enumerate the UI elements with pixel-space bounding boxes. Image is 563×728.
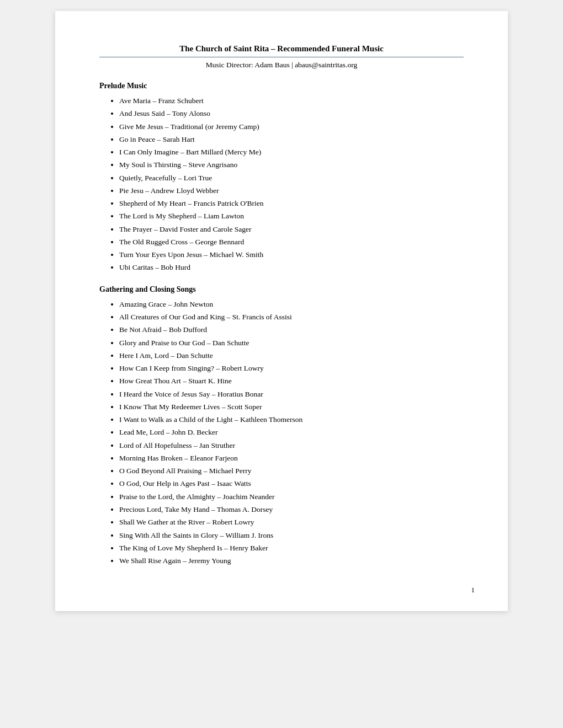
list-item: Glory and Praise to Our God – Dan Schutt… [119,337,464,349]
music-director: Music Director: Adam Baus | abaus@saintr… [99,61,464,69]
list-item: Lord of All Hopefulness – Jan Struther [119,440,464,452]
list-item: The King of Love My Shepherd Is – Henry … [119,542,464,554]
list-item: The Prayer – David Foster and Carole Sag… [119,223,464,235]
list-item: How Can I Keep from Singing? – Robert Lo… [119,362,464,374]
list-item: Shall We Gather at the River – Robert Lo… [119,516,464,528]
list-item: My Soul is Thirsting – Steve Angrisano [119,159,464,171]
gathering-section: Gathering and Closing Songs Amazing Grac… [99,285,464,568]
list-item: Ubi Caritas – Bob Hurd [119,261,464,274]
list-item: Quietly, Peacefully – Lori True [119,172,464,184]
list-item: How Great Thou Art – Stuart K. Hine [119,375,464,387]
list-item: The Lord is My Shepherd – Liam Lawton [119,210,464,222]
list-item: The Old Rugged Cross – George Bennard [119,236,464,248]
prelude-section-title: Prelude Music [99,82,464,90]
list-item: Precious Lord, Take My Hand – Thomas A. … [119,504,464,516]
page-number: 1 [471,586,475,595]
list-item: Give Me Jesus – Traditional (or Jeremy C… [119,121,464,133]
list-item: Lead Me, Lord – John D. Becker [119,426,464,438]
list-item: Sing With All the Saints in Glory – Will… [119,529,464,542]
prelude-section: Prelude Music Ave Maria – Franz Schubert… [99,82,464,274]
list-item: I Know That My Redeemer Lives – Scott So… [119,401,464,413]
list-item: Go in Peace – Sarah Hart [119,133,464,146]
page: The Church of Saint Rita – Recommended F… [55,11,508,611]
page-header: The Church of Saint Rita – Recommended F… [99,44,464,53]
list-item: O God, Our Help in Ages Past – Isaac Wat… [119,478,464,490]
list-item: Here I Am, Lord – Dan Schutte [119,350,464,362]
list-item: Be Not Afraid – Bob Dufford [119,324,464,336]
header-divider [99,57,464,57]
list-item: We Shall Rise Again – Jeremy Young [119,555,464,567]
list-item: O God Beyond All Praising – Michael Perr… [119,465,464,477]
gathering-list: Amazing Grace – John Newton All Creature… [99,298,464,568]
list-item: Shepherd of My Heart – Francis Patrick O… [119,197,464,210]
list-item: Pie Jesu – Andrew Lloyd Webber [119,185,464,197]
list-item: And Jesus Said – Tony Alonso [119,108,464,120]
list-item: All Creatures of Our God and King – St. … [119,311,464,323]
list-item: Morning Has Broken – Eleanor Farjeon [119,452,464,464]
list-item: I Heard the Voice of Jesus Say – Horatiu… [119,388,464,400]
list-item: Amazing Grace – John Newton [119,298,464,311]
prelude-list: Ave Maria – Franz Schubert And Jesus Sai… [99,95,464,274]
page-title: The Church of Saint Rita – Recommended F… [99,44,464,53]
list-item: I Can Only Imagine – Bart Millard (Mercy… [119,146,464,158]
list-item: Praise to the Lord, the Almighty – Joach… [119,491,464,503]
list-item: Turn Your Eyes Upon Jesus – Michael W. S… [119,249,464,261]
gathering-section-title: Gathering and Closing Songs [99,285,464,294]
list-item: I Want to Walk as a Child of the Light –… [119,414,464,426]
list-item: Ave Maria – Franz Schubert [119,95,464,107]
